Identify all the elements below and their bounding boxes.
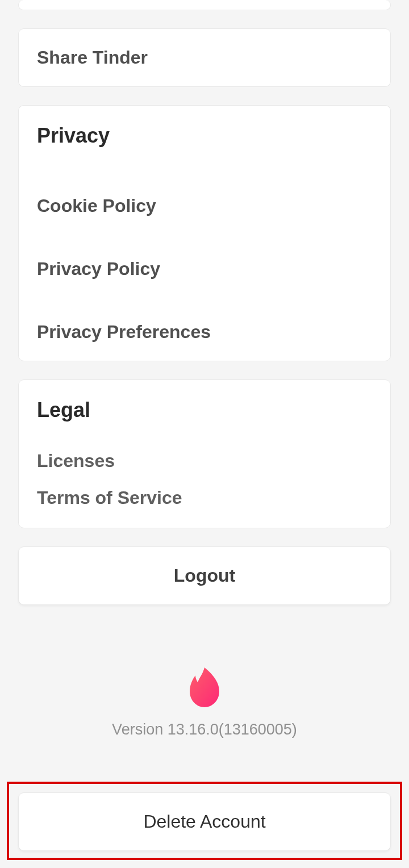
share-tinder-row[interactable]: Share Tinder xyxy=(18,28,391,87)
share-tinder-label: Share Tinder xyxy=(37,47,372,68)
logout-label: Logout xyxy=(37,565,372,586)
privacy-section: Privacy Cookie Policy Privacy Policy Pri… xyxy=(18,105,391,361)
cookie-policy-row[interactable]: Cookie Policy xyxy=(37,184,372,247)
logout-button[interactable]: Logout xyxy=(18,546,391,605)
tinder-flame-icon xyxy=(187,667,222,708)
terms-of-service-row[interactable]: Terms of Service xyxy=(37,479,372,516)
privacy-policy-row[interactable]: Privacy Policy xyxy=(37,247,372,310)
privacy-title: Privacy xyxy=(37,124,372,148)
version-text: Version 13.16.0(13160005) xyxy=(0,721,409,738)
legal-title: Legal xyxy=(37,398,372,422)
privacy-preferences-row[interactable]: Privacy Preferences xyxy=(37,310,372,347)
card-bottom-fragment xyxy=(18,0,391,10)
delete-account-button[interactable]: Delete Account xyxy=(18,792,391,851)
logo-section: Version 13.16.0(13160005) xyxy=(0,667,409,738)
delete-account-label: Delete Account xyxy=(37,811,372,832)
legal-section: Legal Licenses Terms of Service xyxy=(18,379,391,528)
licenses-row[interactable]: Licenses xyxy=(37,443,372,479)
